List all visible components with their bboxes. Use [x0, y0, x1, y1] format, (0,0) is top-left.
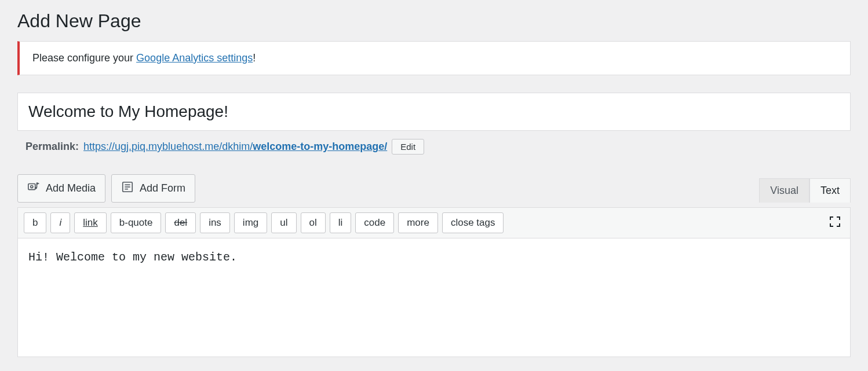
tab-visual[interactable]: Visual: [759, 178, 809, 203]
qt-ins-button[interactable]: ins: [200, 212, 230, 233]
qt-italic-button[interactable]: i: [50, 212, 70, 233]
add-media-button[interactable]: Add Media: [17, 174, 105, 203]
permalink-label: Permalink:: [25, 141, 79, 153]
qt-ol-button[interactable]: ol: [301, 212, 326, 233]
qt-code-button[interactable]: code: [355, 212, 394, 233]
qt-bquote-button[interactable]: b-quote: [111, 212, 162, 233]
notice-text-prefix: Please configure your: [32, 52, 136, 64]
edit-permalink-button[interactable]: Edit: [392, 139, 424, 155]
qt-img-button[interactable]: img: [234, 212, 267, 233]
add-form-button[interactable]: Add Form: [111, 174, 195, 203]
notice-text-suffix: !: [253, 52, 256, 64]
qt-li-button[interactable]: li: [330, 212, 352, 233]
permalink-base: https://ugj.piq.mybluehost.me/dkhim/: [83, 141, 253, 152]
svg-rect-0: [28, 184, 35, 190]
permalink-row: Permalink: https://ugj.piq.mybluehost.me…: [17, 131, 851, 155]
qt-ul-button[interactable]: ul: [271, 212, 296, 233]
qt-del-button[interactable]: del: [165, 212, 196, 233]
editor-tabs: Visual Text: [759, 178, 851, 203]
page-title: Add New Page: [17, 0, 851, 39]
add-form-label: Add Form: [140, 182, 185, 194]
add-media-label: Add Media: [46, 182, 96, 194]
quicktags-toolbar: b i link b-quote del ins img ul ol li co…: [18, 208, 850, 238]
permalink-url[interactable]: https://ugj.piq.mybluehost.me/dkhim/welc…: [83, 141, 387, 153]
permalink-slug: welcome-to-my-homepage/: [253, 141, 387, 152]
media-toolbar: Add Media Add Form Visual Text: [17, 174, 851, 203]
content-textarea[interactable]: [18, 238, 850, 354]
notice-link[interactable]: Google Analytics settings: [136, 52, 253, 64]
svg-point-1: [31, 186, 33, 188]
qt-link-button[interactable]: link: [74, 212, 107, 233]
tab-text[interactable]: Text: [809, 178, 851, 203]
qt-bold-button[interactable]: b: [24, 212, 46, 233]
page-title-input[interactable]: [17, 93, 851, 131]
camera-music-icon: [27, 181, 40, 196]
editor-container: b i link b-quote del ins img ul ol li co…: [17, 207, 851, 357]
form-icon: [121, 181, 134, 196]
fullscreen-icon[interactable]: [826, 212, 844, 233]
qt-closetags-button[interactable]: close tags: [442, 212, 504, 233]
qt-more-button[interactable]: more: [398, 212, 438, 233]
svg-point-2: [35, 187, 37, 189]
notice-banner: Please configure your Google Analytics s…: [17, 41, 851, 75]
